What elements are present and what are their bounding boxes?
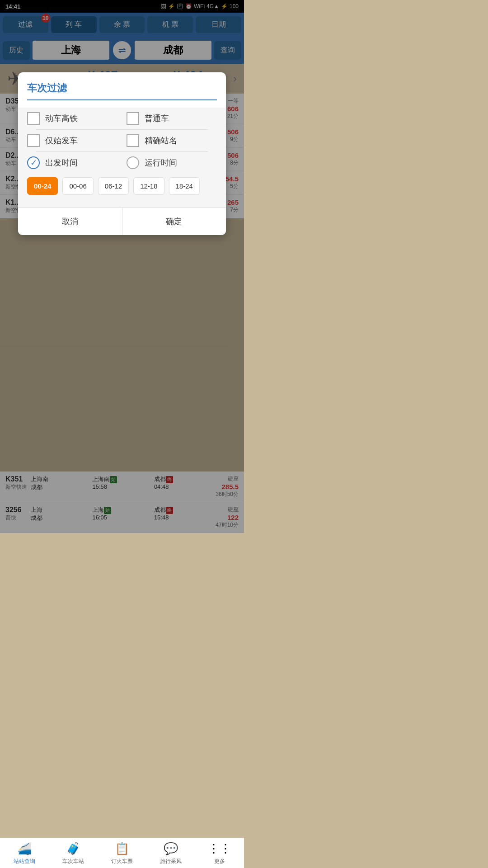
filter-label-shifa: 仅始发车 [45,135,78,146]
filter-row-3: 出发时间 运行时间 [27,152,217,174]
filter-item-gaotie: 动车高铁 [27,112,117,125]
filter-modal: 车次过滤 动车高铁 普通车 仅始发车 [18,72,226,235]
time-option-all[interactable]: 00-24 [27,177,58,195]
filter-item-shifa: 仅始发车 [27,134,117,147]
checkbox-jingque[interactable] [127,134,139,147]
filter-item-depart-time: 出发时间 [27,156,117,169]
time-option-18-24[interactable]: 18-24 [169,177,200,195]
checkbox-putong[interactable] [127,112,139,125]
modal-footer: 取消 确定 [18,208,226,235]
time-options: 00-24 00-06 06-12 12-18 18-24 [27,174,217,200]
radio-run-time[interactable] [127,156,139,169]
filter-label-depart-time: 出发时间 [45,157,78,168]
confirm-button[interactable]: 确定 [122,208,226,235]
filter-item-jingque: 精确站名 [127,134,217,147]
modal-title: 车次过滤 [27,81,217,95]
modal-overlay[interactable]: 车次过滤 动车高铁 普通车 仅始发车 [0,0,244,533]
filter-label-putong: 普通车 [145,113,169,124]
cancel-button[interactable]: 取消 [18,208,122,235]
radio-depart-time[interactable] [27,156,40,169]
filter-label-run-time: 运行时间 [145,157,177,168]
checkbox-shifa[interactable] [27,134,40,147]
modal-body: 动车高铁 普通车 仅始发车 精确站名 [18,108,226,208]
time-option-00-06[interactable]: 00-06 [62,177,93,195]
filter-item-putong: 普通车 [127,112,217,125]
filter-item-run-time: 运行时间 [127,156,217,169]
modal-header: 车次过滤 [18,72,226,100]
filter-label-jingque: 精确站名 [145,135,177,146]
filter-label-gaotie: 动车高铁 [45,113,78,124]
filter-row-2: 仅始发车 精确站名 [27,130,217,151]
time-option-12-18[interactable]: 12-18 [133,177,164,195]
checkbox-gaotie[interactable] [27,112,40,125]
filter-row-1: 动车高铁 普通车 [27,108,217,129]
time-option-06-12[interactable]: 06-12 [98,177,129,195]
modal-divider [27,99,217,100]
